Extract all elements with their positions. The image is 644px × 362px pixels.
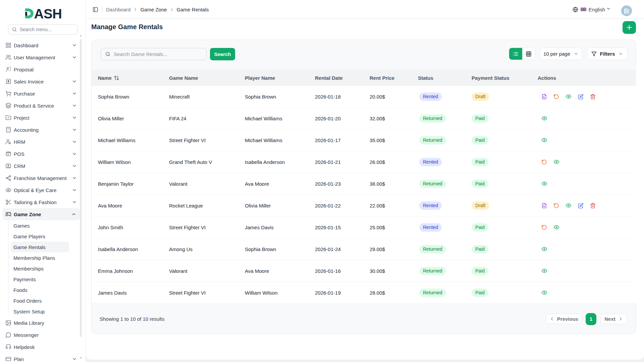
svg-text:ASH: ASH — [34, 6, 62, 20]
